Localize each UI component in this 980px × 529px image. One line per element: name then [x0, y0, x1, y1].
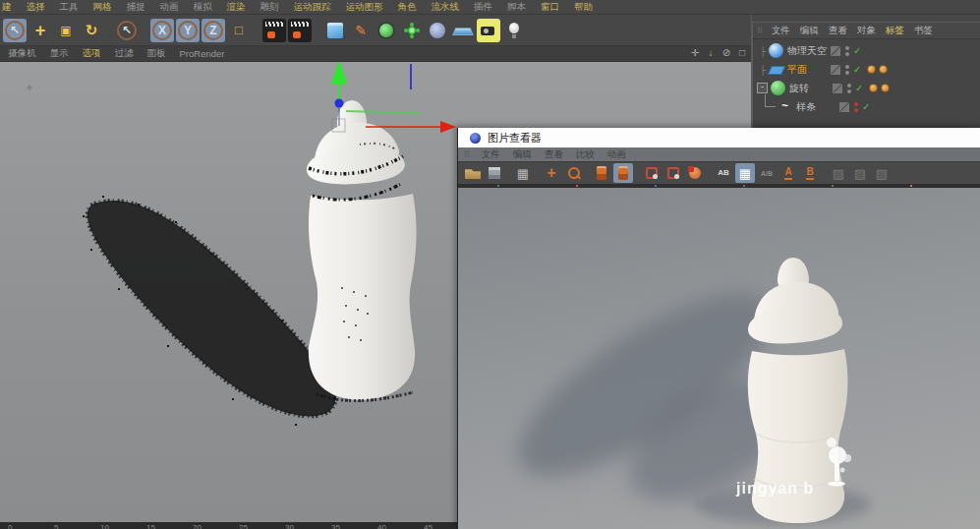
om-menu-5[interactable]: 书签: [914, 25, 933, 37]
enabled-check-icon[interactable]: ✓: [862, 101, 870, 112]
disabled-1-icon[interactable]: ▨: [829, 163, 848, 183]
menu-item-14[interactable]: 脚本: [507, 1, 526, 14]
subdivision-icon[interactable]: [375, 19, 398, 42]
om-menu-1[interactable]: 编辑: [800, 25, 819, 37]
pv-menu-4[interactable]: 动画: [607, 148, 626, 161]
menu-item-11[interactable]: 角色: [398, 1, 417, 14]
set-b-icon[interactable]: B: [800, 163, 820, 183]
visibility-toggle-icon[interactable]: [833, 84, 842, 93]
panel-grip-icon[interactable]: ⠿: [757, 27, 762, 35]
texture-tag-icon[interactable]: [879, 65, 888, 74]
menu-item-8[interactable]: 雕刻: [260, 1, 279, 14]
visibility-toggle-icon[interactable]: [839, 102, 849, 112]
render-view-icon[interactable]: [262, 19, 286, 42]
rotate-icon[interactable]: ↻: [80, 19, 103, 42]
viewport-menu-2[interactable]: 选项: [83, 47, 101, 60]
texture-tag-icon[interactable]: [869, 84, 878, 92]
open-image-icon[interactable]: [463, 163, 483, 183]
viewport-menu-4[interactable]: 面板: [147, 47, 166, 60]
menu-item-1[interactable]: 选择: [27, 1, 45, 14]
histogram-icon[interactable]: [592, 163, 611, 183]
menu-item-12[interactable]: 流水线: [432, 1, 460, 14]
editor-render-dots[interactable]: [844, 46, 850, 56]
zoom-view-icon[interactable]: ↓: [705, 47, 717, 58]
pan-tool-icon[interactable]: +: [542, 163, 561, 183]
visibility-toggle-icon[interactable]: [831, 65, 840, 75]
texture-tag-icon[interactable]: [881, 84, 890, 92]
viewport-menu-1[interactable]: 显示: [50, 47, 69, 60]
enabled-check-icon[interactable]: ✓: [853, 64, 861, 75]
pan-view-icon[interactable]: ✛: [689, 47, 701, 58]
om-menu-2[interactable]: 查看: [829, 25, 847, 37]
coord-system-icon[interactable]: □: [227, 19, 251, 42]
object-row-spline[interactable]: ~样条✓: [753, 97, 980, 116]
object-label[interactable]: 平面: [787, 63, 831, 77]
add-cube-icon[interactable]: [323, 19, 347, 42]
texture-tag-icon[interactable]: [867, 65, 876, 74]
expander-icon[interactable]: -: [757, 83, 768, 93]
editor-render-dots[interactable]: [853, 102, 859, 112]
set-a-icon[interactable]: A: [778, 163, 798, 183]
enabled-check-icon[interactable]: ✓: [855, 83, 863, 93]
menu-item-5[interactable]: 动画: [160, 1, 179, 14]
menu-item-6[interactable]: 模拟: [194, 1, 212, 14]
lock-x-icon[interactable]: X: [150, 19, 174, 42]
object-row-plane[interactable]: ├平面✓: [753, 60, 980, 79]
object-label[interactable]: 旋转: [789, 82, 833, 95]
object-row-lathe[interactable]: -旋转✓: [753, 79, 980, 97]
panel-grip-icon[interactable]: ⠿: [464, 150, 469, 159]
ab-compare-icon[interactable]: AB: [714, 163, 733, 183]
zoom-tool-icon[interactable]: [563, 163, 583, 183]
pv-menu-1[interactable]: 编辑: [513, 148, 532, 161]
rendered-image[interactable]: jingyan b: [458, 188, 980, 529]
menu-item-7[interactable]: 渲染: [227, 1, 246, 14]
toggle-view-icon[interactable]: □: [736, 47, 748, 58]
pv-menu-2[interactable]: 查看: [545, 148, 563, 161]
lock-z-icon[interactable]: Z: [202, 19, 225, 42]
disabled-2-icon[interactable]: ▨: [850, 163, 870, 183]
picture-viewer-titlebar[interactable]: 图片查看器: [458, 128, 980, 147]
om-menu-3[interactable]: 对象: [857, 25, 876, 37]
object-row-sky[interactable]: ├物理天空✓: [753, 41, 980, 60]
render-settings-icon[interactable]: [288, 19, 312, 42]
menu-item-0[interactable]: 建: [2, 1, 12, 14]
menu-item-15[interactable]: 窗口: [541, 1, 559, 14]
last-tool-icon[interactable]: ↖: [115, 19, 139, 42]
spline-pen-icon[interactable]: ✎: [349, 19, 373, 42]
history-thumbnails-icon[interactable]: ▦: [513, 163, 533, 183]
menu-item-10[interactable]: 运动图形: [346, 1, 383, 14]
menu-item-13[interactable]: 插件: [474, 1, 492, 14]
compare-frame-b-icon[interactable]: [663, 163, 683, 183]
lock-y-icon[interactable]: Y: [176, 19, 200, 42]
viewport-menu-0[interactable]: 摄像机: [8, 47, 36, 60]
object-label[interactable]: 物理天空: [787, 44, 831, 58]
rotate-view-icon[interactable]: ⊘: [721, 47, 732, 58]
camera-icon[interactable]: [477, 19, 500, 42]
editor-render-dots[interactable]: [846, 84, 852, 93]
volume-icon[interactable]: [426, 19, 449, 42]
light-icon[interactable]: [502, 19, 526, 42]
disabled-3-icon[interactable]: ▨: [872, 163, 892, 183]
object-label[interactable]: 样条: [796, 100, 839, 114]
scale-icon[interactable]: ▣: [54, 19, 78, 42]
mograph-icon[interactable]: [400, 19, 424, 42]
editor-render-dots[interactable]: [844, 65, 850, 75]
save-image-icon[interactable]: [485, 163, 504, 183]
om-menu-0[interactable]: 文件: [772, 25, 790, 37]
pv-menu-3[interactable]: 比较: [576, 148, 595, 161]
floor-icon[interactable]: [451, 19, 475, 42]
menu-item-16[interactable]: 帮助: [574, 1, 593, 14]
pv-menu-0[interactable]: 文件: [482, 148, 500, 161]
layout-grid-icon[interactable]: ▦: [735, 163, 755, 183]
timeline-ruler[interactable]: 051015202530354045: [0, 522, 457, 529]
menu-item-4[interactable]: 捕捉: [127, 1, 145, 14]
om-menu-4[interactable]: 标签: [886, 25, 904, 37]
compare-frame-a-icon[interactable]: [642, 163, 662, 183]
film-eye-icon[interactable]: [685, 163, 705, 183]
live-selection-icon[interactable]: ↖: [3, 19, 27, 42]
menu-item-9[interactable]: 运动跟踪: [294, 1, 331, 14]
viewport-menu-5[interactable]: ProRender: [180, 48, 225, 59]
menu-item-3[interactable]: 网格: [93, 1, 112, 14]
menu-item-2[interactable]: 工具: [60, 1, 79, 14]
viewport-menu-3[interactable]: 过滤: [115, 47, 134, 60]
